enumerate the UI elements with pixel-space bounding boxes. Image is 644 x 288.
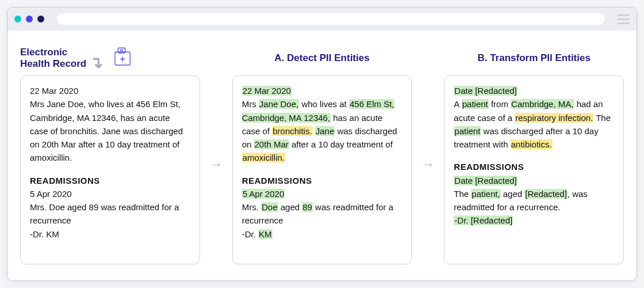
- content-stage: Electronic Health Record ↴ 22 Mar 2020 M…: [7, 31, 637, 277]
- entity-name: Jane: [315, 126, 335, 136]
- transform-sign: -Dr. [Redacted]: [454, 214, 614, 227]
- detect-header: A. Detect PII Entities: [232, 41, 412, 75]
- col-transform: B. Transform PII Entities Date [Redacted…: [444, 41, 624, 264]
- detect-readmissions-label: READMISSIONS: [242, 174, 402, 187]
- dot-3: [37, 16, 44, 22]
- transform-card: Date [Redacted] A patient from Cambridge…: [444, 75, 624, 264]
- entity-location: Cambridge, MA,: [511, 99, 574, 109]
- ehr-card: 22 Mar 2020 Mrs Jane Doe, who lives at 4…: [20, 75, 200, 264]
- ehr-title: Electronic Health Record: [20, 47, 86, 70]
- transform-readmissions-label: READMISSIONS: [454, 160, 614, 173]
- ehr-readmissions-label: READMISSIONS: [30, 174, 190, 187]
- entity-name: Jane Doe,: [259, 99, 299, 109]
- transform-date-1: Date [Redacted]: [454, 84, 614, 97]
- transform-body-2: The patient, aged [Redacted], was readmi…: [454, 187, 614, 214]
- hamburger-icon[interactable]: [617, 14, 630, 24]
- ehr-sign: -Dr. KM: [30, 228, 190, 241]
- col-ehr: Electronic Health Record ↴ 22 Mar 2020 M…: [20, 41, 200, 264]
- window-dots: [14, 16, 44, 22]
- entity-condition: bronchitis.: [272, 126, 312, 136]
- medical-folder-icon: [111, 45, 135, 72]
- detect-date-1: 22 Mar 2020: [242, 84, 402, 97]
- detect-title: A. Detect PII Entities: [274, 52, 369, 64]
- entity-age-redacted: [Redacted]: [524, 189, 568, 199]
- ehr-date-1: 22 Mar 2020: [30, 84, 190, 97]
- ehr-date-2: 5 Apr 2020: [30, 187, 190, 200]
- entity-drug: amoxicillin.: [242, 153, 285, 162]
- titlebar: [7, 7, 637, 31]
- transform-date-2: Date [Redacted]: [454, 174, 614, 187]
- entity-drug: antibiotics.: [511, 139, 553, 149]
- entity-patient: patient: [454, 126, 481, 136]
- detect-date-2: 5 Apr 2020: [242, 187, 402, 200]
- transform-header: B. Transform PII Entities: [444, 41, 624, 75]
- ehr-header: Electronic Health Record ↴: [20, 41, 200, 75]
- transform-body-1: A patient from Cambridge, MA, had an acu…: [454, 97, 614, 151]
- col-detect: A. Detect PII Entities 22 Mar 2020 Mrs J…: [232, 41, 412, 264]
- detect-sign: -Dr. KM: [242, 228, 402, 241]
- entity-patient: patient,: [471, 189, 500, 199]
- detect-body-1: Mrs Jane Doe, who lives at 456 Elm St, C…: [242, 97, 402, 164]
- url-bar[interactable]: [57, 13, 604, 25]
- entity-name: Doe: [261, 202, 278, 212]
- ehr-body-2: Mrs. Doe aged 89 was readmitted for a re…: [30, 200, 190, 228]
- dot-2: [26, 16, 33, 22]
- flow-arrow-2-icon: →: [416, 156, 439, 172]
- transform-title: B. Transform PII Entities: [477, 52, 591, 64]
- detect-card: 22 Mar 2020 Mrs Jane Doe, who lives at 4…: [232, 75, 412, 264]
- detect-body-2: Mrs. Doe aged 89 was readmitted for a re…: [242, 200, 402, 228]
- ehr-body-1: Mrs Jane Doe, who lives at 456 Elm St, C…: [30, 97, 190, 164]
- arrow-down-icon: ↴: [90, 55, 103, 71]
- browser-window: Electronic Health Record ↴ 22 Mar 2020 M…: [7, 7, 637, 281]
- flow-arrow-1-icon: →: [205, 156, 228, 172]
- entity-condition: respiratory infection.: [515, 113, 593, 123]
- entity-date: 20th Mar: [254, 139, 289, 149]
- svg-point-2: [121, 49, 123, 51]
- entity-doctor: KM: [258, 229, 273, 239]
- entity-age: 89: [302, 202, 313, 212]
- entity-patient: patient: [462, 99, 489, 109]
- dot-1: [14, 16, 21, 22]
